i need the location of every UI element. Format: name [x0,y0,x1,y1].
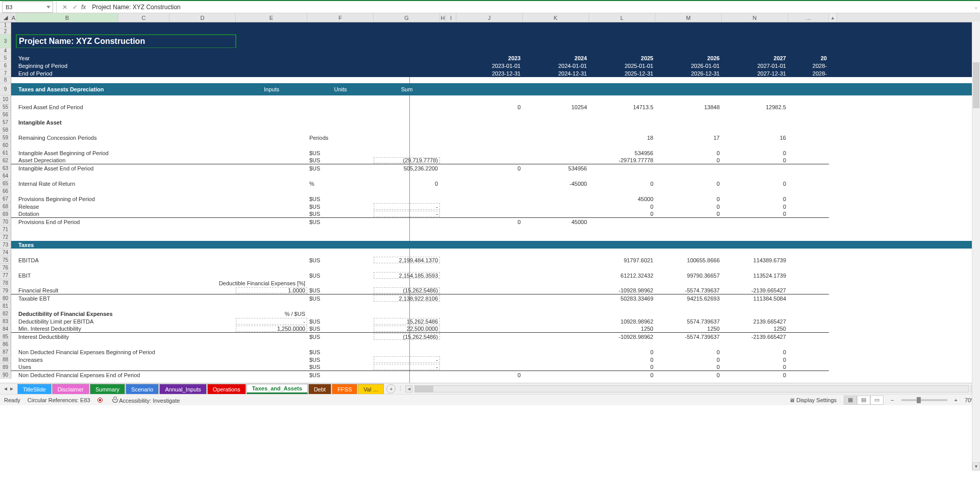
cell[interactable]: -5574.739637 [655,287,722,294]
column-headers[interactable]: ◢ A B C D E F G H I J K L M N … ▲ [0,13,980,22]
cell[interactable] [440,218,446,226]
cell[interactable]: EBIT [16,272,118,279]
cell[interactable] [655,340,722,348]
row-number[interactable]: 3 [0,35,11,48]
cell[interactable] [446,226,456,233]
cell[interactable] [16,111,118,118]
cell[interactable] [440,226,446,233]
cell[interactable]: $US [307,218,374,226]
cell[interactable] [11,233,16,241]
view-normal-icon[interactable]: ▦ [844,396,857,405]
cell[interactable] [456,149,523,157]
cell[interactable] [788,126,829,134]
cell[interactable] [307,302,374,310]
cell[interactable] [446,348,456,356]
cell[interactable] [523,241,589,249]
cell[interactable] [118,195,169,203]
cell[interactable] [440,141,446,149]
cell[interactable] [236,111,307,118]
cell[interactable] [722,302,788,310]
cell[interactable] [118,172,169,180]
cell[interactable] [118,287,169,294]
cell[interactable] [523,195,589,203]
cell[interactable] [446,302,456,310]
cell[interactable]: 61212.32432 [589,272,655,279]
row-number[interactable]: 85 [0,333,11,340]
cell[interactable] [16,340,118,348]
cell[interactable] [374,371,440,379]
add-sheet-button[interactable]: + [386,384,396,393]
cell[interactable]: 0 [655,210,722,218]
cell[interactable] [307,95,374,103]
row-number[interactable]: 74 [0,249,11,256]
row-number[interactable]: 75 [0,256,11,264]
row-number[interactable]: 79 [0,287,11,294]
cell[interactable] [722,233,788,241]
cell[interactable] [440,371,446,379]
cell[interactable]: Min. Interest Deductibility [16,325,118,333]
cell[interactable]: 45000 [589,195,655,203]
cell[interactable] [446,241,456,249]
cell[interactable] [11,363,16,371]
cell[interactable] [169,195,236,203]
cell[interactable] [523,287,589,294]
cell[interactable] [440,134,446,141]
cell[interactable]: 0 [722,195,788,203]
cell[interactable] [589,279,655,287]
row-number[interactable]: 70 [0,218,11,226]
cell[interactable]: 45000 [523,218,589,226]
sheet-tab[interactable]: FFSS [332,384,357,394]
cell[interactable] [169,172,236,180]
cell[interactable]: Intangible Asset Beginning of Period [16,149,118,157]
cell[interactable]: 0 [655,356,722,363]
cell[interactable] [118,249,169,256]
cell[interactable] [374,195,440,203]
cell[interactable] [16,233,118,241]
cell[interactable] [118,310,169,317]
cell[interactable]: Dotation [16,210,118,218]
project-title[interactable]: Project Name: XYZ Construction [16,35,236,48]
cell[interactable] [118,264,169,272]
cell[interactable] [788,333,829,340]
cell[interactable] [523,256,589,264]
cell[interactable] [11,348,16,356]
cell[interactable] [236,241,307,249]
cell[interactable] [16,249,118,256]
cell[interactable] [440,317,446,325]
cell[interactable] [788,95,829,103]
cell[interactable] [440,149,446,157]
col-header-C[interactable]: C [118,13,169,22]
cell[interactable] [589,226,655,233]
cell[interactable]: % / $US [236,310,307,317]
cell[interactable] [118,348,169,356]
cell[interactable] [523,134,589,141]
cell[interactable] [374,249,440,256]
accessibility-icon[interactable] [112,397,118,403]
horizontal-scrollbar[interactable]: ⋮ ◄ ► [396,385,980,392]
cell[interactable] [169,340,236,348]
cell[interactable] [236,164,307,172]
cell[interactable] [169,287,236,294]
cell[interactable]: Uses [16,363,118,371]
cell[interactable]: 2,154,185.3593 [374,272,440,279]
cell[interactable] [655,241,722,249]
cell[interactable] [523,279,589,287]
cell[interactable] [307,310,374,317]
cell[interactable] [523,149,589,157]
cell[interactable]: (29,719.7778) [374,157,440,164]
row-number[interactable]: 81 [0,302,11,310]
cell[interactable] [523,371,589,379]
cell[interactable] [11,241,16,249]
cell[interactable] [307,226,374,233]
cell[interactable] [456,325,523,333]
zoom-out-button[interactable]: − [891,397,894,403]
cell[interactable] [788,172,829,180]
cell[interactable] [456,272,523,279]
cell[interactable] [16,126,118,134]
cancel-formula-icon[interactable]: ✕ [60,4,70,11]
row-number[interactable]: 72 [0,233,11,241]
cell[interactable] [236,195,307,203]
row-number[interactable]: 83 [0,317,11,325]
cell[interactable] [118,340,169,348]
cell[interactable] [307,241,374,249]
